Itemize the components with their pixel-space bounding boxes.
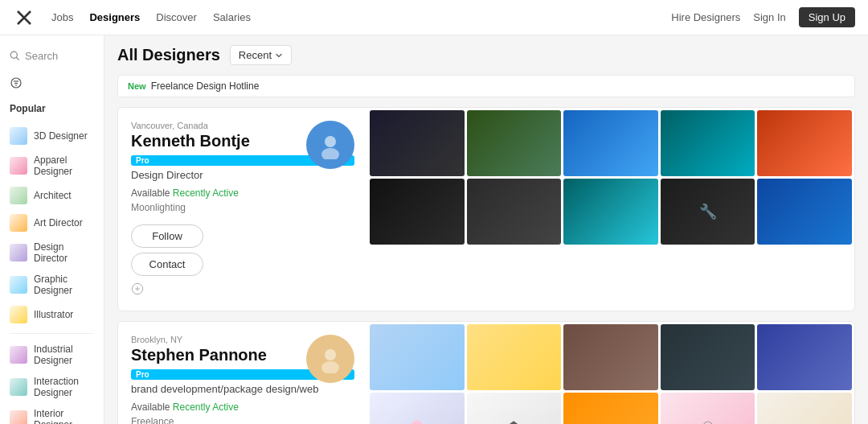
portfolio-thumb-1-4[interactable] <box>757 324 852 390</box>
architect-icon <box>10 187 27 204</box>
portfolio-thumb-0-4[interactable] <box>757 110 852 176</box>
sidebar-item-art-director[interactable]: Art Director <box>0 209 104 237</box>
sidebar-label-illustrator: Illustrator <box>34 309 73 320</box>
page-title: All Designers <box>117 46 220 64</box>
svg-point-9 <box>325 349 336 360</box>
portfolio-thumb-1-8[interactable]: ◯ <box>661 393 755 424</box>
sign-in-link[interactable]: Sign In <box>753 11 785 23</box>
card-left-0: Vancouver, Canada Kenneth Bontje Pro Des… <box>118 108 367 311</box>
page-layout: Search Popular 3D Designer Apparel Desig… <box>0 35 868 424</box>
sidebar-item-industrial-designer[interactable]: Industrial Designer <box>0 339 104 371</box>
nav-designers[interactable]: Designers <box>89 11 140 23</box>
search-icon <box>10 51 20 61</box>
filter-icon[interactable] <box>10 76 23 92</box>
portfolio-thumb-1-5[interactable]: 🌸 <box>370 393 465 424</box>
sidebar-label-interaction: Interaction Designer <box>34 376 94 398</box>
portfolio-thumb-0-7[interactable] <box>563 179 658 245</box>
graphic-designer-icon <box>10 276 27 294</box>
sign-up-button[interactable]: Sign Up <box>799 7 855 27</box>
portfolio-thumb-0-8[interactable]: 🔧 <box>661 179 755 245</box>
sort-dropdown[interactable]: Recent <box>230 45 292 65</box>
avatar-1 <box>306 335 354 383</box>
sidebar-label-3d: 3D Designer <box>34 130 88 142</box>
main-content: All Designers Recent New Freelance Desig… <box>104 35 868 424</box>
interaction-designer-icon <box>10 378 27 396</box>
card-title-0: Design Director <box>131 169 354 181</box>
sidebar-item-interaction-designer[interactable]: Interaction Designer <box>0 371 104 403</box>
design-director-icon <box>10 244 27 261</box>
portfolio-thumb-1-6[interactable]: ⬟ <box>467 393 562 424</box>
sidebar-label-artdir: Art Director <box>34 217 83 228</box>
sidebar-item-graphic-designer[interactable]: Graphic Designer <box>0 269 104 301</box>
industrial-designer-icon <box>10 346 27 364</box>
card-mode-1: Freelance <box>131 416 354 424</box>
svg-point-6 <box>325 136 336 147</box>
search-bar[interactable]: Search <box>0 45 104 67</box>
search-label: Search <box>25 50 58 62</box>
svg-point-10 <box>321 361 339 373</box>
nav-salaries[interactable]: Salaries <box>213 11 251 23</box>
portfolio-1: 🌸 ⬟ ◯ <box>367 322 854 424</box>
portfolio-thumb-1-0[interactable] <box>370 324 465 390</box>
banner-text: Freelance Design Hotline <box>151 80 260 92</box>
hire-designers-link[interactable]: Hire Designers <box>671 11 740 23</box>
portfolio-thumb-0-9[interactable] <box>757 179 852 245</box>
designer-card-0: Vancouver, Canada Kenneth Bontje Pro Des… <box>117 107 855 311</box>
portfolio-thumb-1-3[interactable] <box>661 324 755 390</box>
sidebar-item-illustrator[interactable]: Illustrator <box>0 301 104 328</box>
popular-label: Popular <box>0 98 104 119</box>
card-mode-0: Moonlighting <box>131 202 354 213</box>
designer-card-1: Brooklyn, NY Stephen Pannone Pro brand d… <box>117 321 855 424</box>
portfolio-thumb-1-9[interactable] <box>757 393 852 424</box>
sidebar-divider <box>10 333 94 334</box>
logo[interactable] <box>13 6 35 29</box>
svg-line-1 <box>17 58 19 60</box>
apparel-designer-icon <box>10 157 27 175</box>
page-header: All Designers Recent <box>117 45 855 65</box>
nav-links: Jobs Designers Discover Salaries <box>51 11 671 23</box>
banner: New Freelance Design Hotline <box>117 75 855 97</box>
portfolio-thumb-1-7[interactable] <box>563 393 658 424</box>
availability-status-1: Recently Active <box>173 401 239 413</box>
sidebar-item-design-director[interactable]: Design Director <box>0 237 104 269</box>
banner-new-label: New <box>128 81 146 91</box>
sidebar-label-designdir: Design Director <box>34 241 94 264</box>
nav-right: Hire Designers Sign In Sign Up <box>671 7 855 27</box>
svg-point-7 <box>321 148 339 159</box>
sidebar-item-architect[interactable]: Architect <box>0 182 104 209</box>
illustrator-icon <box>10 306 27 323</box>
availability-status-0: Recently Active <box>173 187 239 199</box>
portfolio-thumb-0-3[interactable] <box>661 110 755 176</box>
sidebar-item-apparel-designer[interactable]: Apparel Designer <box>0 150 104 182</box>
nav-jobs[interactable]: Jobs <box>51 11 73 23</box>
sidebar-label-interior: Interior Designer <box>34 408 94 424</box>
interior-designer-icon <box>10 410 27 424</box>
contact-button-0[interactable]: Contact <box>131 253 203 276</box>
portfolio-thumb-1-1[interactable] <box>467 324 562 390</box>
portfolio-thumb-0-6[interactable] <box>467 179 562 245</box>
3d-designer-icon <box>10 127 27 145</box>
nav-discover[interactable]: Discover <box>156 11 197 23</box>
avatar-image-1 <box>316 344 345 373</box>
follow-button-0[interactable]: Follow <box>131 224 203 248</box>
portfolio-thumb-0-1[interactable] <box>467 110 562 176</box>
portfolio-thumb-0-0[interactable] <box>370 110 465 176</box>
sort-label: Recent <box>239 49 272 61</box>
avatar-0 <box>306 121 354 169</box>
sidebar-label-apparel: Apparel Designer <box>34 154 94 177</box>
portfolio-thumb-0-2[interactable] <box>563 110 658 176</box>
sidebar-label-architect: Architect <box>34 190 72 201</box>
sidebar-label-industrial: Industrial Designer <box>34 344 94 366</box>
card-availability-0: Available Recently Active <box>131 187 354 199</box>
card-availability-1: Available Recently Active <box>131 401 354 413</box>
sidebar-item-3d-designer[interactable]: 3D Designer <box>0 122 104 150</box>
chevron-down-icon <box>275 51 283 60</box>
card-actions-0: Follow Contact <box>131 224 354 276</box>
portfolio-thumb-0-5[interactable] <box>370 179 465 245</box>
portfolio-thumb-1-2[interactable] <box>563 324 658 390</box>
card-title-1: brand development/package design/web <box>131 383 354 395</box>
card-left-1: Brooklyn, NY Stephen Pannone Pro brand d… <box>118 322 367 424</box>
social-icon-0 <box>131 282 354 298</box>
sidebar-item-interior-designer[interactable]: Interior Designer <box>0 403 104 424</box>
portfolio-0: 🔧 <box>367 108 854 311</box>
